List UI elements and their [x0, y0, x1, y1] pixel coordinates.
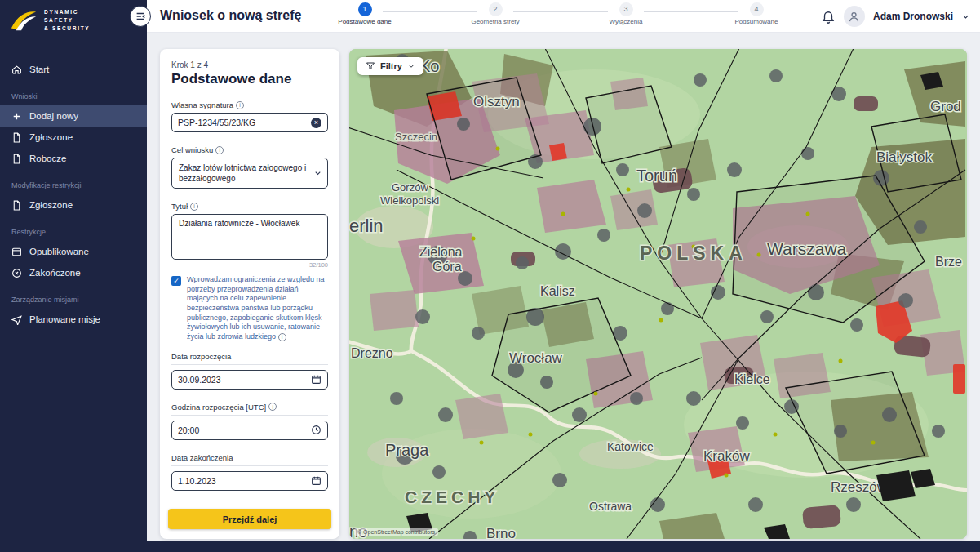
legal-checkbox-row[interactable]: ✓ Wprowadzam ograniczenia ze względu na …: [171, 275, 328, 342]
city-label: Olsztyn: [473, 94, 520, 109]
label-text: Cel wniosku: [171, 145, 213, 154]
city-label: Wrocław: [509, 350, 563, 366]
start-time-input-field[interactable]: [178, 425, 311, 435]
clear-icon[interactable]: ×: [311, 118, 321, 128]
bottom-strip: [147, 541, 980, 552]
page-title: Wniosek o nową strefę: [160, 8, 301, 23]
step-1[interactable]: 1 Podstawowe dane: [299, 2, 430, 25]
start-date-input[interactable]: [171, 370, 328, 390]
city-label: Toruń: [636, 167, 677, 185]
end-date-field: Data zakończenia: [171, 453, 328, 491]
document-icon: [11, 154, 22, 164]
step-label: Geometria strefy: [430, 18, 561, 25]
calendar-icon[interactable]: [311, 374, 321, 385]
form-panel: Krok 1 z 4 Podstawowe dane Własna sygnat…: [160, 49, 339, 539]
sidebar-item-modyfikacje-zgloszone[interactable]: Zgłoszone: [0, 194, 147, 216]
char-counter: 32/100: [171, 261, 328, 269]
city-label: Ostrawa: [589, 500, 632, 513]
purpose-field: Cel wniosku i Zakaz lotów lotnictwa zało…: [171, 145, 328, 189]
form-scroll-area[interactable]: Krok 1 z 4 Podstawowe dane Własna sygnat…: [160, 49, 339, 502]
info-icon[interactable]: i: [268, 403, 277, 411]
city-label: Zielona: [419, 245, 463, 259]
clock-icon[interactable]: [311, 425, 321, 435]
end-date-input-field[interactable]: [178, 476, 311, 486]
sidebar: DYNAMIC SAFETY & SECURITY Start Wnioski …: [0, 0, 147, 552]
city-label: Białystok: [876, 149, 933, 165]
start-date-input-field[interactable]: [178, 375, 311, 385]
step-2[interactable]: 2 Geometria strefy: [430, 2, 561, 25]
info-icon[interactable]: i: [278, 333, 286, 341]
checkbox-label: Wprowadzam ograniczenia ze względu na po…: [187, 275, 328, 342]
sidebar-item-zgloszone[interactable]: Zgłoszone: [0, 127, 147, 148]
chevron-down-icon[interactable]: [961, 12, 970, 21]
signature-input-field[interactable]: [178, 118, 311, 127]
collapse-sidebar-button[interactable]: [130, 6, 151, 27]
label-text: Data zakończenia: [171, 453, 233, 462]
step-circle: 3: [619, 2, 633, 16]
step-3[interactable]: 3 Wyłączenia: [561, 2, 691, 25]
step-label: Wyłączenia: [561, 18, 691, 25]
city-label: Kielce: [734, 372, 770, 386]
zone-marker-over-label: [876, 470, 916, 501]
person-icon: [848, 11, 860, 23]
logo-line1: DYNAMIC: [44, 8, 90, 16]
city-label: Warszawa: [767, 239, 847, 258]
logo-line2: SAFETY: [44, 16, 90, 24]
city-label: Wielkopolski: [380, 194, 439, 207]
label-text: Godzina rozpoczęcia [UTC]: [171, 403, 266, 412]
window-icon: [11, 247, 22, 257]
step-indicator: Krok 1 z 4: [171, 60, 328, 69]
start-time-field: Godzina rozpoczęcia [UTC] i: [171, 403, 328, 440]
sidebar-item-dodaj-nowy[interactable]: Dodaj nowy: [0, 105, 147, 127]
start-time-input[interactable]: [171, 421, 328, 440]
step-circle: 1: [358, 2, 372, 16]
city-label: Szczecin: [395, 131, 437, 143]
end-date-input[interactable]: [171, 471, 328, 491]
document-icon: [11, 200, 22, 211]
logo-emblem: [10, 9, 38, 32]
form-heading: Podstawowe dane: [171, 71, 328, 87]
sidebar-section-misje: Zarządzanie misjami: [0, 283, 147, 309]
info-icon[interactable]: i: [236, 101, 244, 109]
sidebar-item-zakonczone[interactable]: Zakończone: [0, 262, 147, 283]
signature-input[interactable]: ×: [171, 113, 328, 132]
purpose-select[interactable]: Zakaz lotów lotnictwa załogowego i bezza…: [171, 158, 328, 189]
x-circle-icon: [11, 268, 22, 278]
signature-label: Własna sygnatura i: [171, 100, 328, 109]
header: Wniosek o nową strefę 1 Podstawowe dane …: [147, 0, 980, 33]
map-canvas[interactable]: Ko Szczecin Olsztyn Grod Białystok Toruń…: [349, 49, 967, 539]
step-circle: 2: [489, 2, 503, 16]
sidebar-item-label: Zgłoszone: [29, 200, 73, 210]
info-icon[interactable]: i: [215, 146, 224, 154]
sidebar-item-opublikowane[interactable]: Opublikowane: [0, 241, 147, 262]
info-icon[interactable]: i: [190, 203, 198, 211]
city-label: Kraków: [703, 448, 750, 464]
stepper: 1 Podstawowe dane 2 Geometria strefy 3 W…: [299, 2, 822, 30]
city-label: Gorzów: [392, 181, 428, 194]
sidebar-item-planowane-misje[interactable]: Planowane misje: [0, 309, 147, 330]
header-right: Adam Dronowski: [821, 0, 970, 33]
filter-icon: [366, 61, 375, 71]
sidebar-item-robocze[interactable]: Robocze: [0, 148, 147, 169]
map-filter-button[interactable]: Filtry: [357, 57, 423, 75]
label-text: Własna sygnatura: [171, 100, 233, 109]
calendar-icon[interactable]: [311, 475, 321, 486]
purpose-selected-value: Zakaz lotów lotnictwa załogowego i bezza…: [179, 163, 306, 183]
sidebar-item-start[interactable]: Start: [0, 59, 147, 80]
home-icon: [11, 65, 22, 75]
sidebar-item-label: Robocze: [29, 154, 66, 163]
sidebar-item-label: Zgłoszone: [29, 132, 73, 142]
user-name[interactable]: Adam Dronowski: [873, 11, 953, 22]
step-4[interactable]: 4 Podsumowane: [691, 2, 822, 25]
title-field: Tytuł i Działania ratownicze - Włocławek…: [171, 202, 328, 269]
title-textarea[interactable]: Działania ratownicze - Włocławek: [179, 219, 321, 252]
map-attribution: © OpenStreetMap contributors: [354, 528, 438, 536]
avatar[interactable]: [844, 6, 865, 27]
form-footer: Przejdź dalej: [160, 502, 339, 539]
checkbox-checked-icon[interactable]: ✓: [171, 276, 181, 286]
sidebar-item-label: Start: [29, 65, 49, 74]
notifications-icon[interactable]: [821, 9, 836, 24]
city-label: Góra: [432, 260, 462, 274]
sidebar-section-restrykcje: Restrykcje: [0, 216, 147, 241]
next-step-button[interactable]: Przejdź dalej: [168, 509, 331, 529]
